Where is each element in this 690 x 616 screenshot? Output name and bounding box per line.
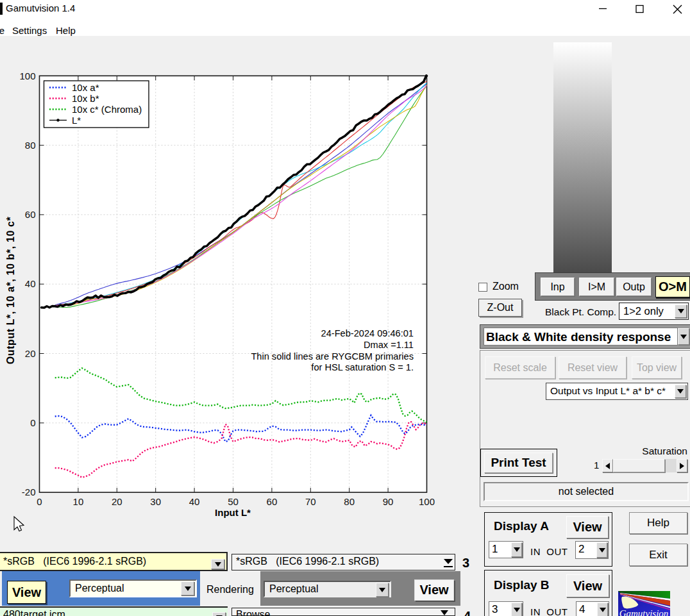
- svg-text:Thin solid lines are RYGCBM pr: Thin solid lines are RYGCBM primaries: [251, 351, 414, 362]
- svg-text:10x c* (Chroma): 10x c* (Chroma): [72, 104, 142, 115]
- svg-text:-20: -20: [22, 487, 36, 497]
- svg-text:for HSL saturation S = 1.: for HSL saturation S = 1.: [311, 362, 414, 372]
- svg-text:100: 100: [419, 496, 435, 507]
- svg-text:20: 20: [112, 496, 122, 507]
- svg-text:90: 90: [383, 496, 394, 507]
- svg-text:L*: L*: [72, 115, 81, 126]
- svg-text:60: 60: [25, 209, 36, 220]
- svg-text:10x a*: 10x a*: [72, 82, 99, 93]
- svg-text:Input L*: Input L*: [215, 507, 251, 518]
- svg-text:80: 80: [25, 140, 36, 151]
- svg-text:10x b*: 10x b*: [72, 93, 99, 104]
- svg-text:0: 0: [37, 496, 42, 507]
- svg-text:70: 70: [305, 496, 316, 507]
- svg-text:Dmax =1.11: Dmax =1.11: [364, 340, 414, 350]
- svg-text:50: 50: [228, 496, 239, 507]
- svg-text:60: 60: [267, 496, 278, 507]
- svg-text:Output L*, 10 a*, 10 b*, 10 c*: Output L*, 10 a*, 10 b*, 10 c*: [5, 217, 16, 365]
- svg-text:30: 30: [150, 496, 161, 507]
- svg-text:0: 0: [30, 417, 35, 428]
- svg-text:20: 20: [25, 348, 36, 359]
- svg-text:100: 100: [19, 71, 35, 81]
- svg-text:40: 40: [25, 278, 36, 289]
- svg-text:40: 40: [189, 496, 200, 507]
- svg-text:Gamutvision: Gamutvision: [619, 608, 669, 616]
- svg-text:24-Feb-2024 09:46:01: 24-Feb-2024 09:46:01: [321, 328, 414, 338]
- svg-text:10: 10: [73, 496, 84, 507]
- svg-text:80: 80: [344, 496, 355, 507]
